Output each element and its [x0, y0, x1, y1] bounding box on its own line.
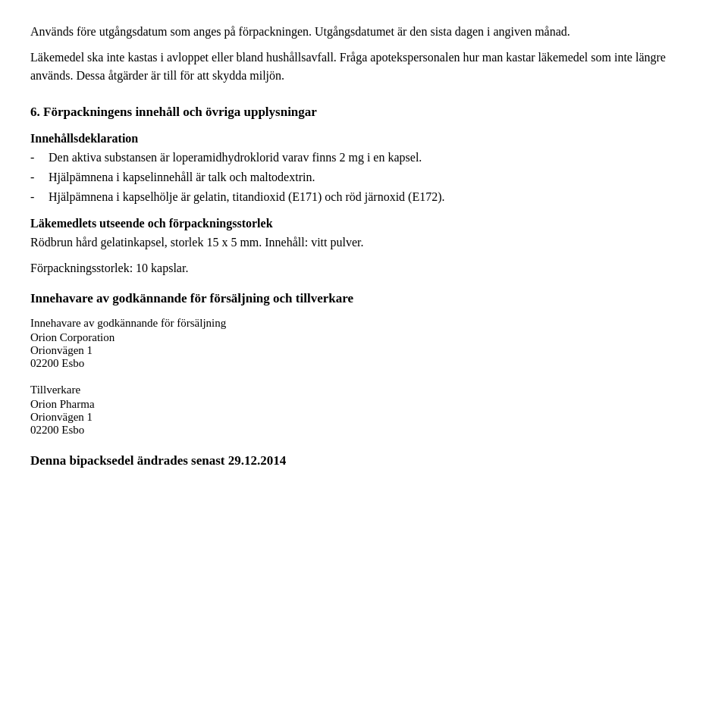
tillverkare-company: Orion Pharma	[30, 398, 698, 411]
section-6: 6. Förpackningens innehåll och övriga up…	[30, 103, 698, 468]
utseende-block: Läkemedlets utseende och förpackningssto…	[30, 217, 698, 277]
innehavare-address-block: Innehavare av godkännande för försäljnin…	[30, 317, 698, 370]
list-item: - Hjälpämnena i kapselhölje är gelatin, …	[30, 188, 698, 206]
section-6-heading: 6. Förpackningens innehåll och övriga up…	[30, 103, 698, 121]
tillverkare-label: Tillverkare	[30, 384, 698, 396]
list-item: - Hjälpämnena i kapselinnehåll är talk o…	[30, 168, 698, 186]
dash-1: -	[30, 149, 49, 167]
utseende-label: Läkemedlets utseende och förpackningssto…	[30, 217, 698, 230]
bullet-text-1: Den aktiva substansen är loperamidhydrok…	[49, 149, 422, 167]
innehavare-street: Orionvägen 1	[30, 344, 698, 357]
utseende-line1: Rödbrun hård gelatinkapsel, storlek 15 x…	[30, 233, 698, 252]
footer-text: Denna bipacksedel ändrades senast 29.12.…	[30, 453, 698, 468]
bullet-text-3: Hjälpämnena i kapselhölje är gelatin, ti…	[49, 188, 445, 206]
innehallsdeklaration-label: Innehållsdeklaration	[30, 132, 698, 146]
tillverkare-city: 02200 Esbo	[30, 424, 698, 437]
intro-line1: Används före utgångsdatum som anges på f…	[30, 23, 698, 41]
bullet-text-2: Hjälpämnena i kapselinnehåll är talk och…	[49, 168, 315, 186]
innehavare-city: 02200 Esbo	[30, 357, 698, 370]
tillverkare-street: Orionvägen 1	[30, 411, 698, 424]
dash-3: -	[30, 188, 49, 206]
list-item: - Den aktiva substansen är loperamidhydr…	[30, 149, 698, 167]
forpackningsstorlek: Förpackningsstorlek: 10 kapslar.	[30, 259, 698, 277]
tillverkare-address-block: Tillverkare Orion Pharma Orionvägen 1 02…	[30, 384, 698, 437]
innehavare-label: Innehavare av godkännande för försäljnin…	[30, 317, 698, 330]
bullet-list: - Den aktiva substansen är loperamidhydr…	[30, 149, 698, 206]
innehavare-company: Orion Corporation	[30, 331, 698, 344]
dash-2: -	[30, 168, 49, 186]
intro-line2: Läkemedel ska inte kastas i avloppet ell…	[30, 49, 698, 85]
innehallsdeklaration-block: Innehållsdeklaration - Den aktiva substa…	[30, 132, 698, 206]
innehavare-section: Innehavare av godkännande för försäljnin…	[30, 291, 698, 437]
innehavare-main-heading: Innehavare av godkännande för försäljnin…	[30, 291, 698, 306]
